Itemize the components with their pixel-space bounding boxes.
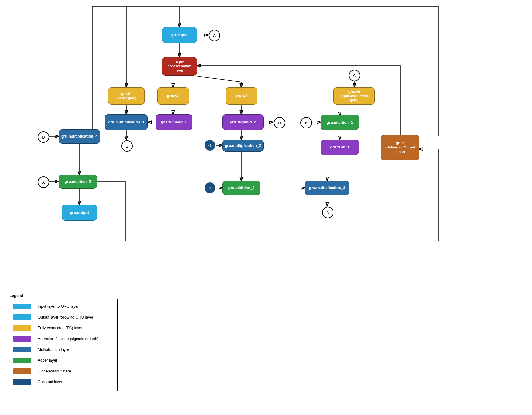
node-gru-rh[interactable]: gru.rh (Reset gate) <box>108 87 145 105</box>
node-gru-w2[interactable]: gru.w2 <box>226 87 257 105</box>
legend-row: Input layer to GRU layer <box>13 301 114 312</box>
const-pos1: 1 <box>205 182 215 193</box>
node-tanh1[interactable]: gru.tanh_1 <box>321 140 359 155</box>
connector-a-to-add3: A <box>38 176 49 188</box>
legend-label: Constant layer <box>38 380 62 384</box>
connector-c-wh: C <box>349 70 360 81</box>
connector-d-to-mult4: D <box>38 131 49 143</box>
legend-swatch <box>13 336 31 342</box>
legend-label: Multiplication layer <box>38 347 69 352</box>
node-sigmoid1[interactable]: gru.sigmoid_1 <box>156 114 192 130</box>
node-add3[interactable]: gru.addition_3 <box>59 175 97 189</box>
legend-box: Input layer to GRU layer Output layer fo… <box>10 299 118 391</box>
node-mult2[interactable]: gru.multiplication_2 <box>222 140 264 152</box>
node-depth-concat[interactable]: Depth concatenation layer <box>162 57 197 76</box>
legend-swatch <box>13 358 31 363</box>
node-gru-h[interactable]: gru.h (Hidden or Output state) <box>381 135 419 160</box>
node-mult3[interactable]: gru.multiplication_3 <box>305 181 349 195</box>
legend-row: Multiplication layer <box>13 344 114 355</box>
connector-b-from-mult1: B <box>121 140 133 152</box>
connector-d-from-sig2: D <box>274 117 285 128</box>
const-neg1: -1 <box>205 140 215 151</box>
node-gru-output[interactable]: gru.output <box>62 205 97 221</box>
legend-label: Activation function (sigmoid or tanh) <box>38 337 98 341</box>
legend-title: Legend <box>10 293 23 298</box>
connector-a-from-mult3: A <box>322 207 333 218</box>
legend-swatch <box>13 325 31 331</box>
legend-row: Activation function (sigmoid or tanh) <box>13 333 114 344</box>
legend-label: Output layer following GRU layer <box>38 315 93 319</box>
legend-swatch <box>13 379 31 385</box>
legend-swatch <box>13 347 31 352</box>
legend-row: Fully connected (FC) layer <box>13 323 114 333</box>
legend-label: Fully connected (FC) layer <box>38 326 83 330</box>
node-gru-w1[interactable]: gru.w1 <box>157 87 189 105</box>
node-add2[interactable]: gru.addition_2 <box>222 181 260 195</box>
legend-swatch <box>13 314 31 320</box>
node-gru-input[interactable]: gru.input <box>162 27 197 43</box>
node-add1[interactable]: gru.addition_1 <box>321 115 359 130</box>
node-mult4[interactable]: gru.multiplication_4 <box>59 129 100 144</box>
diagram-canvas: gru.input Depth concatenation layer gru.… <box>0 0 532 415</box>
connector-c-top: C <box>209 30 220 41</box>
legend-swatch <box>13 368 31 374</box>
legend-row: Output layer following GRU layer <box>13 312 114 323</box>
legend-label: Input layer to GRU layer <box>38 304 79 309</box>
node-mult1[interactable]: gru.multiplication_1 <box>105 114 148 130</box>
legend-row: Adder layer <box>13 355 114 366</box>
node-gru-wh[interactable]: gru.wh (Input and update gate) <box>333 87 375 105</box>
node-sigmoid2[interactable]: gru.sigmoid_2 <box>222 114 264 130</box>
legend-label: Hidden/output state <box>38 369 71 373</box>
legend-label: Adder layer <box>38 358 57 363</box>
connector-b-to-add1: B <box>300 117 312 128</box>
legend-row: Hidden/output state <box>13 366 114 377</box>
legend-swatch <box>13 304 31 309</box>
legend-row: Constant layer <box>13 377 114 387</box>
